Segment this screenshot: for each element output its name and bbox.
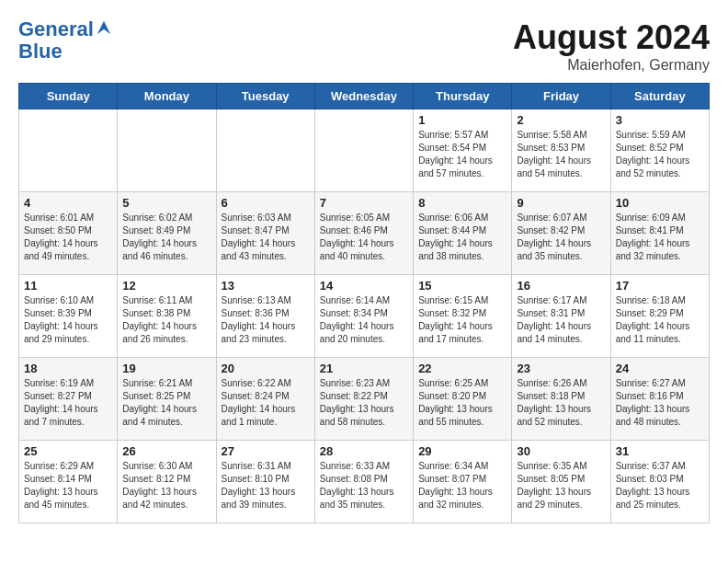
calendar-cell [216,109,314,192]
day-info: Sunrise: 6:19 AM Sunset: 8:27 PM Dayligh… [24,377,112,429]
day-info: Sunrise: 6:06 AM Sunset: 8:44 PM Dayligh… [418,212,506,263]
day-number: 18 [24,362,112,375]
day-number: 31 [616,444,704,458]
weekday-header-thursday: Thursday [414,84,512,109]
day-number: 24 [616,362,704,375]
day-info: Sunrise: 6:29 AM Sunset: 8:14 PM Dayligh… [24,460,112,511]
day-info: Sunrise: 6:13 AM Sunset: 8:36 PM Dayligh… [222,294,310,346]
calendar-cell: 3Sunrise: 5:59 AM Sunset: 8:52 PM Daylig… [610,109,709,192]
day-info: Sunrise: 6:18 AM Sunset: 8:29 PM Dayligh… [616,294,704,346]
calendar-table: SundayMondayTuesdayWednesdayThursdayFrid… [18,83,710,523]
calendar-cell: 4Sunrise: 6:01 AM Sunset: 8:50 PM Daylig… [19,192,118,275]
day-info: Sunrise: 5:57 AM Sunset: 8:54 PM Dayligh… [418,129,506,180]
day-number: 30 [517,444,605,458]
logo: General Blue [18,18,112,63]
calendar-cell: 19Sunrise: 6:21 AM Sunset: 8:25 PM Dayli… [118,358,216,441]
day-info: Sunrise: 6:09 AM Sunset: 8:41 PM Dayligh… [616,212,704,263]
day-info: Sunrise: 6:15 AM Sunset: 8:32 PM Dayligh… [418,294,506,346]
calendar-cell: 27Sunrise: 6:31 AM Sunset: 8:10 PM Dayli… [216,441,314,523]
day-info: Sunrise: 6:30 AM Sunset: 8:12 PM Dayligh… [122,460,210,511]
calendar-cell: 10Sunrise: 6:09 AM Sunset: 8:41 PM Dayli… [610,192,709,275]
calendar-cell: 14Sunrise: 6:14 AM Sunset: 8:34 PM Dayli… [314,275,413,358]
calendar-cell: 15Sunrise: 6:15 AM Sunset: 8:32 PM Dayli… [414,275,512,358]
calendar-cell: 24Sunrise: 6:27 AM Sunset: 8:16 PM Dayli… [610,358,709,441]
day-number: 16 [517,279,605,293]
day-info: Sunrise: 6:05 AM Sunset: 8:46 PM Dayligh… [320,212,408,263]
day-number: 23 [517,362,605,375]
day-number: 14 [320,279,408,293]
day-number: 26 [122,444,210,458]
day-info: Sunrise: 6:10 AM Sunset: 8:39 PM Dayligh… [24,294,112,346]
calendar-cell: 12Sunrise: 6:11 AM Sunset: 8:38 PM Dayli… [118,275,216,358]
day-number: 22 [418,362,506,375]
day-number: 13 [222,279,310,293]
calendar-week-row: 11Sunrise: 6:10 AM Sunset: 8:39 PM Dayli… [19,275,710,358]
calendar-cell: 7Sunrise: 6:05 AM Sunset: 8:46 PM Daylig… [314,192,413,275]
calendar-week-row: 1Sunrise: 5:57 AM Sunset: 8:54 PM Daylig… [19,109,710,192]
day-info: Sunrise: 6:23 AM Sunset: 8:22 PM Dayligh… [320,377,408,429]
calendar-cell: 29Sunrise: 6:34 AM Sunset: 8:07 PM Dayli… [414,441,512,523]
day-info: Sunrise: 6:02 AM Sunset: 8:49 PM Dayligh… [122,212,210,263]
day-info: Sunrise: 6:14 AM Sunset: 8:34 PM Dayligh… [320,294,408,346]
calendar-header: SundayMondayTuesdayWednesdayThursdayFrid… [19,84,710,109]
day-info: Sunrise: 6:26 AM Sunset: 8:18 PM Dayligh… [517,377,605,429]
day-number: 5 [122,196,210,210]
calendar-cell: 20Sunrise: 6:22 AM Sunset: 8:24 PM Dayli… [216,358,314,441]
calendar-week-row: 25Sunrise: 6:29 AM Sunset: 8:14 PM Dayli… [19,441,710,523]
day-info: Sunrise: 6:35 AM Sunset: 8:05 PM Dayligh… [517,460,605,511]
calendar-cell: 9Sunrise: 6:07 AM Sunset: 8:42 PM Daylig… [512,192,610,275]
day-number: 15 [418,279,506,293]
title-block: August 2024 Maierhofen, Germany [513,18,710,74]
logo-icon [96,19,112,36]
weekday-header-row: SundayMondayTuesdayWednesdayThursdayFrid… [19,84,710,109]
calendar-cell: 28Sunrise: 6:33 AM Sunset: 8:08 PM Dayli… [314,441,413,523]
calendar-cell: 6Sunrise: 6:03 AM Sunset: 8:47 PM Daylig… [216,192,314,275]
calendar-cell: 8Sunrise: 6:06 AM Sunset: 8:44 PM Daylig… [414,192,512,275]
day-number: 17 [616,279,704,293]
weekday-header-saturday: Saturday [610,84,709,109]
day-number: 27 [222,444,310,458]
calendar-cell: 30Sunrise: 6:35 AM Sunset: 8:05 PM Dayli… [512,441,610,523]
day-number: 25 [24,444,112,458]
day-info: Sunrise: 5:58 AM Sunset: 8:53 PM Dayligh… [517,129,605,180]
day-number: 7 [320,196,408,210]
day-info: Sunrise: 5:59 AM Sunset: 8:52 PM Dayligh… [616,129,704,180]
day-number: 6 [222,196,310,210]
day-number: 21 [320,362,408,375]
day-info: Sunrise: 6:27 AM Sunset: 8:16 PM Dayligh… [616,377,704,429]
day-info: Sunrise: 6:22 AM Sunset: 8:24 PM Dayligh… [222,377,310,429]
calendar-cell: 5Sunrise: 6:02 AM Sunset: 8:49 PM Daylig… [118,192,216,275]
day-info: Sunrise: 6:21 AM Sunset: 8:25 PM Dayligh… [122,377,210,429]
day-number: 11 [24,279,112,293]
calendar-cell [314,109,413,192]
calendar-cell [19,109,118,192]
day-number: 3 [616,113,704,127]
day-number: 28 [320,444,408,458]
calendar-cell: 16Sunrise: 6:17 AM Sunset: 8:31 PM Dayli… [512,275,610,358]
day-number: 4 [24,196,112,210]
day-number: 1 [418,113,506,127]
calendar-body: 1Sunrise: 5:57 AM Sunset: 8:54 PM Daylig… [19,109,710,523]
calendar-cell: 31Sunrise: 6:37 AM Sunset: 8:03 PM Dayli… [610,441,709,523]
day-number: 9 [517,196,605,210]
day-number: 29 [418,444,506,458]
day-info: Sunrise: 6:11 AM Sunset: 8:38 PM Dayligh… [122,294,210,346]
day-number: 8 [418,196,506,210]
calendar-cell: 23Sunrise: 6:26 AM Sunset: 8:18 PM Dayli… [512,358,610,441]
day-number: 10 [616,196,704,210]
calendar-cell: 25Sunrise: 6:29 AM Sunset: 8:14 PM Dayli… [19,441,118,523]
location: Maierhofen, Germany [513,57,710,74]
svg-marker-0 [97,21,110,34]
weekday-header-tuesday: Tuesday [216,84,314,109]
day-info: Sunrise: 6:34 AM Sunset: 8:07 PM Dayligh… [418,460,506,511]
day-info: Sunrise: 6:01 AM Sunset: 8:50 PM Dayligh… [24,212,112,263]
day-info: Sunrise: 6:37 AM Sunset: 8:03 PM Dayligh… [616,460,704,511]
weekday-header-monday: Monday [118,84,216,109]
day-number: 19 [122,362,210,375]
calendar-cell: 18Sunrise: 6:19 AM Sunset: 8:27 PM Dayli… [19,358,118,441]
weekday-header-sunday: Sunday [19,84,118,109]
calendar-cell: 11Sunrise: 6:10 AM Sunset: 8:39 PM Dayli… [19,275,118,358]
day-number: 20 [222,362,310,375]
day-number: 12 [122,279,210,293]
calendar-week-row: 4Sunrise: 6:01 AM Sunset: 8:50 PM Daylig… [19,192,710,275]
